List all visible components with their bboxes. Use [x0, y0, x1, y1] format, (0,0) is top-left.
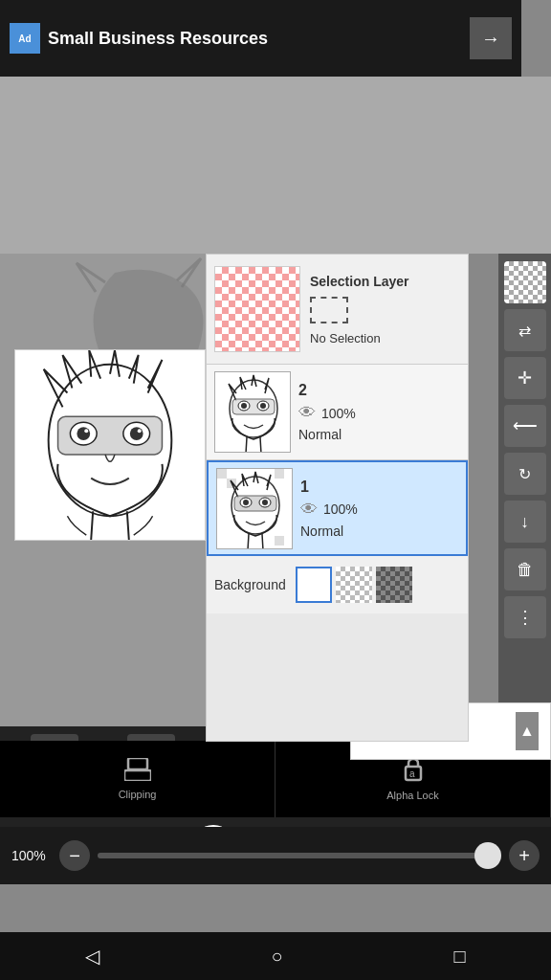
layer-2-item[interactable]: 2 👁 100% Normal [207, 365, 468, 460]
layer-1-thumbnail [216, 468, 293, 549]
layer-2-blend-mode: Normal [298, 427, 356, 442]
zoom-slider[interactable] [98, 853, 501, 858]
layer-2-opacity-row: 👁 100% [298, 403, 356, 423]
selection-layer-info: Selection Layer No Selection [310, 274, 409, 345]
selection-layer-item[interactable]: Selection Layer No Selection [207, 255, 468, 365]
svg-rect-17 [227, 469, 236, 479]
svg-point-4 [84, 429, 88, 433]
svg-point-26 [243, 500, 249, 505]
nav-bar: ◁ ○ □ [0, 932, 551, 980]
svg-point-3 [77, 427, 90, 440]
layer-2-thumbnail [214, 371, 291, 453]
alpha-lock-icon: a [402, 757, 425, 787]
background-checker-option[interactable] [336, 567, 372, 603]
background-row[interactable]: Background [207, 556, 468, 613]
clipping-label: Clipping [119, 789, 157, 800]
delete-button[interactable]: 🗑 [504, 548, 546, 590]
clipping-button[interactable]: Clipping [0, 741, 276, 817]
background-white-option[interactable] [296, 567, 332, 603]
flip-button[interactable]: ⟵ [504, 405, 546, 447]
svg-rect-29 [128, 758, 147, 769]
clipping-icon [124, 758, 151, 786]
bottom-toolbar: Clipping a Alpha Lock Normal ▲ [0, 741, 551, 817]
svg-point-6 [130, 427, 143, 440]
background-label: Background [214, 577, 286, 592]
down-button[interactable]: ↓ [504, 501, 546, 543]
selection-layer-label: Selection Layer [310, 274, 409, 289]
svg-rect-20 [275, 469, 284, 479]
nav-back-button[interactable]: ◁ [85, 945, 99, 968]
layer-2-sketch [215, 372, 291, 453]
zoom-slider-thumb[interactable] [474, 842, 501, 869]
alpha-lock-label: Alpha Lock [386, 790, 438, 801]
right-toolbar: ⇄ ✛ ⟵ ↻ ↓ 🗑 ⋮ [498, 254, 551, 751]
nav-home-button[interactable]: ○ [271, 946, 282, 968]
svg-rect-18 [217, 479, 227, 488]
svg-rect-22 [275, 536, 284, 546]
transform-button[interactable]: ⇄ [504, 309, 546, 351]
zoom-in-button[interactable]: + [509, 840, 540, 871]
layer-1-details: 1 👁 100% Normal [300, 479, 358, 539]
canvas-sketch-svg [15, 350, 205, 540]
white-canvas [14, 349, 206, 541]
layer-1-opacity: 100% [323, 501, 358, 517]
svg-point-28 [262, 500, 268, 505]
layer-1-item[interactable]: 1 👁 100% Normal [207, 460, 468, 556]
layer-1-opacity-row: 👁 100% [300, 500, 358, 520]
ad-arrow-button[interactable]: → [470, 17, 512, 59]
layer-1-blend-mode: Normal [300, 523, 358, 539]
svg-rect-21 [284, 469, 293, 479]
blend-mode-expand-button[interactable]: ▲ [516, 712, 539, 750]
ad-banner[interactable]: Small Business Resources → [0, 0, 521, 77]
ad-left: Small Business Resources [10, 23, 268, 54]
svg-point-14 [260, 403, 266, 409]
layer-1-eye-icon[interactable]: 👁 [300, 500, 318, 520]
rotate-button[interactable]: ↻ [504, 453, 546, 495]
layer-1-number: 1 [300, 479, 358, 496]
ad-text: Small Business Resources [48, 29, 268, 49]
selection-dashed-box [310, 297, 348, 323]
move-button[interactable]: ✛ [504, 357, 546, 399]
selection-layer-thumbnail [214, 266, 300, 352]
nav-recent-button[interactable]: □ [453, 946, 465, 968]
layers-panel: Selection Layer No Selection [206, 254, 469, 742]
background-dark-option[interactable] [376, 567, 412, 603]
layer-2-details: 2 👁 100% Normal [298, 382, 356, 442]
svg-rect-30 [124, 770, 151, 781]
layer-2-number: 2 [298, 382, 356, 399]
layer-1-sketch [217, 469, 293, 549]
zoom-bar: 100% − + [0, 827, 551, 884]
more-button[interactable]: ⋮ [504, 596, 546, 638]
zoom-out-button[interactable]: − [59, 840, 90, 871]
svg-point-7 [138, 429, 142, 433]
app-area: ⇄ ✛ ⟵ ↻ ↓ 🗑 ⋮ Selection Layer No Selecti… [0, 254, 551, 932]
zoom-percent: 100% [11, 848, 52, 863]
ad-icon [10, 23, 40, 54]
no-selection-text: No Selection [310, 331, 409, 345]
svg-rect-16 [217, 469, 227, 479]
svg-text:a: a [409, 768, 415, 779]
svg-point-12 [241, 403, 247, 409]
layer-2-eye-icon[interactable]: 👁 [298, 403, 316, 423]
gray-top-area [0, 77, 551, 254]
checker-button[interactable] [504, 261, 546, 303]
layer-2-opacity: 100% [321, 406, 356, 421]
